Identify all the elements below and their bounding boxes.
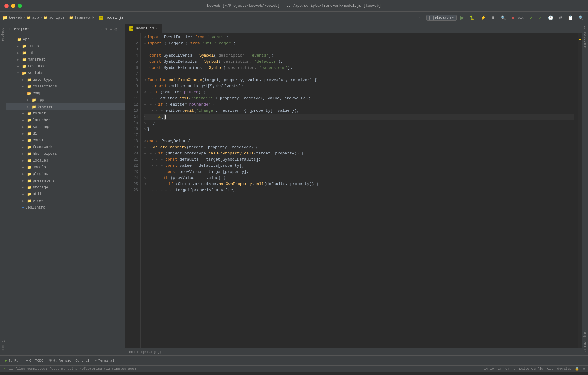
tree-item-models[interactable]: ▶ 📁 models: [6, 164, 125, 171]
code-line-11: ········ emitter.emit('change:' + proper…: [144, 95, 574, 102]
tree-item-framework[interactable]: ▶ 📁 framework: [6, 144, 125, 150]
breadcrumb-filename[interactable]: model.js: [106, 16, 124, 20]
status-encoding[interactable]: UTF-8: [505, 367, 515, 371]
tree-item-browser[interactable]: ▶ 📁 browser: [6, 103, 125, 110]
profile-button[interactable]: ⏸: [489, 14, 497, 21]
back-button[interactable]: ←: [417, 14, 425, 21]
run-config-selector[interactable]: electron ▾: [426, 15, 457, 21]
run-button[interactable]: ▶: [459, 14, 466, 21]
code-line-10: ⊖ ···· if (!emitter.paused) {: [144, 89, 574, 95]
code-line-2: ⊖ import { Logger } from 'util/logger';: [144, 40, 574, 46]
stop-button[interactable]: ■: [510, 14, 516, 21]
maximize-button[interactable]: [18, 4, 22, 8]
tree-item-collections[interactable]: ▶ 📁 collections: [6, 83, 125, 90]
function-breadcrumb: emitPropChange(): [129, 350, 162, 354]
folder-icon-hbs: 📁: [27, 152, 32, 156]
tree-item-scripts[interactable]: ▾ 📂 scripts: [6, 70, 125, 76]
tree-item-presenters[interactable]: ▶ 📁 presenters: [6, 177, 125, 184]
code-line-23: ············ const prevValue = target[pr…: [144, 169, 574, 175]
tree-item-format[interactable]: ▶ 📁 format: [6, 110, 125, 117]
tree-item-settings[interactable]: ▶ 📁 settings: [6, 124, 125, 130]
tree-item-manifest[interactable]: ▶ 📁 manifest: [6, 56, 125, 63]
tree-item-auto-type[interactable]: ▶ 📁 auto-type: [6, 76, 125, 83]
minimize-button[interactable]: [11, 4, 15, 8]
search-button[interactable]: 🔍: [577, 14, 586, 21]
search-button2[interactable]: 🔍: [499, 14, 508, 21]
tree-item-locales[interactable]: ▶ 📁 locales: [6, 157, 125, 164]
tree-item-app2[interactable]: ▶ 📁 app: [6, 97, 125, 103]
close-button[interactable]: [4, 4, 9, 8]
todo-panel-button[interactable]: ≡ 6: TODO: [24, 358, 46, 363]
coverage-button[interactable]: ⚡: [478, 14, 487, 21]
vcs-panel-button[interactable]: ⑨ 9: Version Control: [47, 358, 92, 363]
run-panel-icon: ▶: [5, 358, 7, 363]
folder-icon-browser: 📁: [32, 105, 36, 109]
tree-item-ui[interactable]: ▶ 📁 ui: [6, 130, 125, 137]
locate-icon[interactable]: ⊕: [104, 27, 107, 32]
breadcrumb-scripts[interactable]: scripts: [49, 16, 64, 20]
editor-scrollbar[interactable]: [578, 33, 582, 348]
tree-item-app[interactable]: ▾ 📁 app: [6, 36, 125, 43]
favorites-label[interactable]: 2: Favorites: [583, 330, 587, 352]
breadcrumb-framework[interactable]: framework: [75, 16, 95, 20]
tree-item-lib[interactable]: ▶ 📁 lib: [6, 50, 125, 56]
editor-content[interactable]: 12345 678910 1112131415 1617181920 21222…: [125, 33, 582, 348]
git-history-button[interactable]: 🕐: [546, 14, 555, 21]
settings-icon[interactable]: ⚙: [114, 27, 117, 32]
breadcrumb-app[interactable]: app: [32, 16, 39, 20]
breadcrumb-keeweb[interactable]: keeweb: [9, 16, 22, 20]
run-panel-button[interactable]: ▶ 4: Run: [2, 358, 23, 363]
git-check2-button[interactable]: ✓: [537, 14, 544, 21]
tree-item-comp[interactable]: ▾ 📂 comp: [6, 90, 125, 97]
tab-close-button[interactable]: ✕: [156, 27, 158, 30]
folder-icon-views: 📁: [27, 199, 32, 203]
grunt-label[interactable]: Grunt: [1, 340, 6, 352]
structure-panel[interactable]: 2: Structure 2: Favorites: [582, 24, 588, 355]
terminal-panel-button[interactable]: ▪ Terminal: [93, 358, 117, 363]
tree-item-views[interactable]: ▶ 📁 views: [6, 198, 125, 204]
tree-item-storage[interactable]: ▶ 📁 storage: [6, 184, 125, 191]
tree-item-plugins[interactable]: ▶ 📁 plugins: [6, 171, 125, 177]
status-line-ending[interactable]: LF: [498, 367, 502, 371]
tree-item-resources[interactable]: ▶ 📁 resources: [6, 63, 125, 70]
tree-item-const[interactable]: ▶ 📁 const: [6, 137, 125, 144]
editor-tab-model[interactable]: JS model.js ✕: [125, 24, 162, 33]
minimize-panel-icon[interactable]: —: [120, 27, 122, 32]
tree-item-launcher[interactable]: ▶ 📁 launcher: [6, 117, 125, 124]
tree-item-util[interactable]: ▶ 📁 util: [6, 191, 125, 198]
terminal-icon: ▪: [95, 359, 97, 362]
folder-icon-format: 📁: [27, 111, 32, 116]
code-editor[interactable]: ⊖ import EventEmitter from 'events'; ⊖ i…: [141, 33, 578, 348]
structure-label[interactable]: 2: Structure: [583, 24, 587, 50]
status-editorconfig[interactable]: EditorConfig: [519, 367, 543, 371]
window-controls: [4, 4, 22, 8]
tree-item-icons[interactable]: ▶ 📁 icons: [6, 43, 125, 50]
tree-arrow-storage: ▶: [22, 186, 26, 189]
code-line-19: ⊖ ···· deleteProperty(target, property, …: [144, 144, 574, 150]
status-right-items: 14:10 LF UTF-8 EditorConfig Git: develop…: [484, 367, 585, 371]
status-settings-icon[interactable]: ⚙: [583, 367, 585, 371]
tree-arrow-locales: ▶: [22, 159, 26, 162]
git-annotate-button[interactable]: 📋: [566, 14, 575, 21]
tree-arrow-lib: ▶: [17, 51, 21, 55]
tree-arrow-format: ▶: [22, 112, 26, 115]
folder-icon: 📁: [2, 15, 8, 20]
main-layout: Project Grunt ⊞ Project ▾ ⊕ ≡ ⚙ — ▾ 📁 ap…: [0, 24, 588, 355]
tree-item-hbs-helpers[interactable]: ▶ 📁 hbs-helpers: [6, 150, 125, 157]
tree-arrow-presenters: ▶: [22, 179, 26, 183]
collapse-icon[interactable]: ≡: [110, 27, 112, 32]
tree-item-eslintrc[interactable]: ● .eslintrc: [6, 204, 125, 211]
left-vertical-panel: Project Grunt: [0, 24, 6, 355]
tree-arrow-hbs: ▶: [22, 152, 26, 156]
editor-area: JS model.js ✕ 12345 678910 1112131415 16…: [125, 24, 582, 355]
code-line-21: ············ const defaults = target[Sym…: [144, 157, 574, 163]
code-line-18: ⊖ const ProxyDef = {: [144, 138, 574, 144]
project-label[interactable]: Project: [1, 27, 5, 42]
folder-icon-manifest: 📁: [22, 58, 27, 62]
git-check-button[interactable]: ✓: [528, 14, 535, 21]
debug-button[interactable]: 🐛: [468, 14, 477, 21]
status-git-branch[interactable]: Git: develop: [547, 367, 571, 371]
breadcrumb: 📁 keeweb › 📁 app › 📁 scripts › 📁 framewo…: [2, 15, 415, 20]
git-revert-button[interactable]: ↺: [557, 14, 564, 21]
code-line-14: ⊖ ········ ⚠ }|: [144, 114, 574, 120]
